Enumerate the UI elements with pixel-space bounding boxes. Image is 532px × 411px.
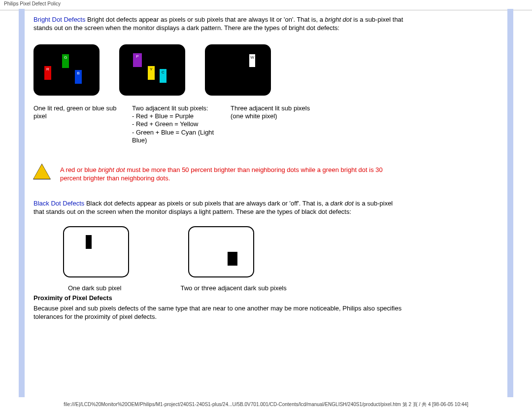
bright-caption-row: One lit red, green or blue sub pixel Two… (33, 104, 404, 144)
bright-dot-lead: Bright Dot Defects (33, 16, 86, 23)
subpixel-green-icon: G (62, 54, 69, 68)
black-dot-lead: Black Dot Defects (33, 200, 84, 207)
header-title: Philips Pixel Defect Policy (4, 1, 61, 6)
bright-panel-row: R G B P Y C W (33, 44, 404, 96)
footer-path: file:///E|/LCD%20Monitor%20OEM/Philips/M… (0, 401, 532, 408)
black-caption-1: One dark sub pixel (68, 284, 121, 292)
black-dot-emph: dark dot (331, 200, 354, 207)
warn-a: A red or blue (60, 166, 98, 173)
black-caption-row: One dark sub pixel Two or three adjacent… (68, 284, 404, 292)
panel-dark-single (63, 226, 129, 277)
subpixel-dark-pair-icon (228, 252, 237, 266)
black-panel-row (63, 226, 404, 277)
black-caption-2: Two or three adjacent dark sub pixels (180, 284, 286, 292)
bright-caption-3: Three adjacent lit sub pixels (one white… (231, 104, 324, 144)
subpixel-red-icon: R (44, 66, 51, 80)
main-content: Bright Dot Defects Bright dot defects ap… (30, 9, 502, 397)
proximity-body: Because pixel and sub pixels defects of … (33, 305, 404, 321)
warning-triangle-icon (33, 164, 50, 179)
bright-dot-body-a: Bright dot defects appear as pixels or s… (86, 16, 325, 23)
subpixel-dark-icon (86, 235, 92, 249)
black-dot-body-a: Black dot defects appear as pixels or su… (84, 200, 330, 207)
subpixel-purple-icon: P (133, 53, 142, 67)
bright-dot-emph: bright dot (325, 16, 351, 23)
panel-dark-double (188, 226, 254, 277)
black-dot-paragraph: Black Dot Defects Black dot defects appe… (33, 200, 404, 216)
bright-cap2-l3: - Green + Blue = Cyan (Light Blue) (132, 129, 214, 144)
left-sidebar-stripe (19, 9, 25, 397)
subpixel-cyan-icon: C (160, 69, 166, 83)
warning-text: A red or blue bright dot must be more th… (60, 166, 404, 183)
warning-row: A red or blue bright dot must be more th… (33, 164, 404, 185)
subpixel-yellow-icon: Y (148, 66, 155, 80)
bright-cap2-l2: - Red + Green = Yellow (132, 120, 198, 128)
panel-white: W (205, 44, 271, 96)
panel-pyc: P Y C (119, 44, 185, 96)
bright-dot-paragraph: Bright Dot Defects Bright dot defects ap… (33, 16, 404, 33)
bright-cap2-l1: - Red + Blue = Purple (132, 112, 194, 120)
subpixel-blue-icon: B (75, 70, 82, 84)
panel-rgb: R G B (33, 44, 100, 96)
warn-em: bright dot (98, 166, 125, 173)
bright-caption-2: Two adjacent lit sub pixels: - Red + Blu… (132, 104, 226, 144)
bright-cap2-title: Two adjacent lit sub pixels: (132, 104, 208, 112)
right-sidebar-stripe (507, 9, 513, 397)
proximity-title: Proximity of Pixel Defects (33, 294, 404, 303)
bright-caption-1: One lit red, green or blue sub pixel (33, 104, 127, 144)
subpixel-white-icon: W (249, 54, 255, 67)
